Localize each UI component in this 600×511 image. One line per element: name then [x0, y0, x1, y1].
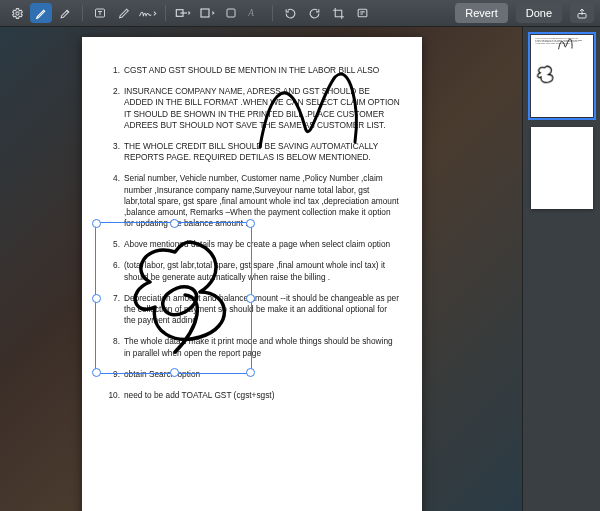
resize-handle-s[interactable] — [170, 368, 179, 377]
annotate-icon[interactable] — [351, 3, 373, 23]
svg-rect-4 — [227, 9, 235, 17]
app-root: A Revert Done 1.CGST AND GST SHOULD BE M… — [0, 0, 600, 511]
gear-icon[interactable] — [6, 3, 28, 23]
resize-handle-ne[interactable] — [246, 219, 255, 228]
revert-button[interactable]: Revert — [455, 3, 507, 23]
editor-body: 1.CGST AND GST SHOULD BE MENTION IN THE … — [0, 27, 600, 511]
signature-tool-icon[interactable] — [137, 3, 159, 23]
page-thumbnail-1[interactable]: 1. CGST AND GST SHOULD BE MENTION IN THE… — [531, 35, 593, 117]
selection-box[interactable] — [95, 222, 252, 374]
resize-handle-w[interactable] — [92, 294, 101, 303]
color-tool-icon[interactable] — [220, 3, 242, 23]
crop-icon[interactable] — [327, 3, 349, 23]
toolbar-separator — [272, 5, 273, 21]
resize-handle-n[interactable] — [170, 219, 179, 228]
svg-rect-3 — [201, 9, 209, 17]
svg-point-0 — [15, 11, 18, 14]
rotate-left-icon[interactable] — [279, 3, 301, 23]
resize-handle-sw[interactable] — [92, 368, 101, 377]
svg-text:A: A — [247, 8, 254, 18]
share-icon[interactable] — [570, 3, 594, 23]
resize-handle-nw[interactable] — [92, 219, 101, 228]
list-item: 3.THE WHOLE CREDIT BILL SHOULD BE SAVING… — [104, 141, 400, 163]
list-item: 1.CGST AND GST SHOULD BE MENTION IN THE … — [104, 65, 400, 76]
page-thumbnail-2[interactable] — [531, 127, 593, 209]
canvas-area[interactable]: 1.CGST AND GST SHOULD BE MENTION IN THE … — [0, 27, 522, 511]
text-tool-icon[interactable] — [89, 3, 111, 23]
resize-handle-se[interactable] — [246, 368, 255, 377]
list-item: 10. need to be add TOATAL GST (cgst+sgst… — [104, 390, 400, 401]
thumbnail-sidebar: 1. CGST AND GST SHOULD BE MENTION IN THE… — [522, 27, 600, 511]
highlighter-icon[interactable] — [54, 3, 76, 23]
shape-style-icon[interactable] — [196, 3, 218, 23]
rotate-right-icon[interactable] — [303, 3, 325, 23]
toolbar-separator — [82, 5, 83, 21]
sketch-tool-icon[interactable] — [113, 3, 135, 23]
shapes-tool-icon[interactable] — [172, 3, 194, 23]
list-item: 2.INSURANCE COMPANY NAME, ADRESS AND GST… — [104, 86, 400, 131]
pen-tool-icon[interactable] — [30, 3, 52, 23]
toolbar-separator — [165, 5, 166, 21]
resize-handle-e[interactable] — [246, 294, 255, 303]
text-style-icon[interactable]: A — [244, 3, 266, 23]
svg-rect-6 — [358, 9, 367, 17]
markup-toolbar: A Revert Done — [0, 0, 600, 27]
done-button[interactable]: Done — [516, 3, 562, 23]
